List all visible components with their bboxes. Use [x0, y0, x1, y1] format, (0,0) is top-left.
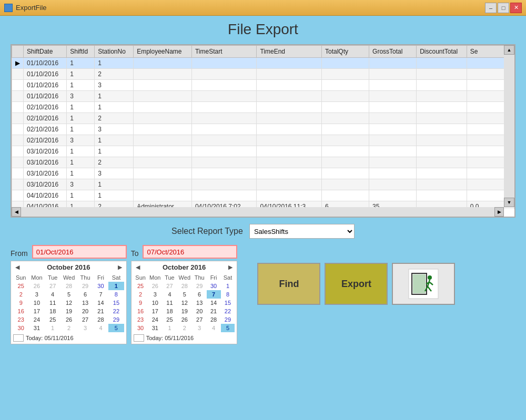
cal-day[interactable]: 30 [207, 282, 221, 290]
cal-day[interactable]: 13 [77, 299, 93, 307]
table-row[interactable]: 03/10/201631 [12, 179, 514, 190]
cal-day[interactable]: 8 [108, 290, 124, 299]
cal-day[interactable]: 26 [60, 315, 78, 324]
cal-day[interactable]: 4 [207, 324, 221, 332]
table-row[interactable]: 01/10/201631 [12, 91, 514, 102]
cal-day[interactable]: 6 [193, 290, 207, 299]
cal-day[interactable]: 6 [77, 290, 93, 299]
cal-day[interactable]: 15 [221, 299, 235, 307]
table-row[interactable]: 01/10/201612 [12, 69, 514, 80]
cal-day[interactable]: 5 [221, 324, 235, 332]
cal-day[interactable]: 27 [193, 315, 207, 324]
cal-day[interactable]: 3 [148, 290, 163, 299]
cal-day[interactable]: 22 [108, 307, 124, 315]
cal-day[interactable]: 1 [163, 324, 177, 332]
table-row[interactable]: 01/10/201613 [12, 80, 514, 91]
cal-day[interactable]: 2 [13, 290, 28, 299]
from-cal-prev[interactable]: ◀ [13, 264, 22, 271]
cal-day[interactable]: 20 [193, 307, 207, 315]
cal-day[interactable]: 22 [221, 307, 235, 315]
cal-day[interactable]: 23 [134, 315, 148, 324]
close-button[interactable]: ✕ [510, 3, 522, 13]
report-type-select[interactable]: SalesShiftsSalesItemsSalesCategoriesDail… [249, 224, 355, 239]
restore-button[interactable]: □ [498, 3, 509, 13]
vertical-scrollbar[interactable]: ▲ ▼ [504, 45, 514, 207]
to-date-input[interactable] [143, 245, 237, 259]
cal-day[interactable]: 30 [93, 282, 108, 290]
cal-day[interactable]: 28 [93, 315, 108, 324]
cal-day[interactable]: 2 [177, 324, 193, 332]
table-row[interactable]: 04/10/201611 [12, 190, 514, 201]
cal-day[interactable]: 9 [134, 299, 148, 307]
table-row[interactable]: 02/10/201612 [12, 113, 514, 124]
horizontal-scrollbar[interactable]: ◀ ▶ [12, 207, 504, 217]
cal-day[interactable]: 4 [93, 324, 108, 332]
exit-button[interactable] [392, 263, 455, 305]
scroll-up-button[interactable]: ▲ [504, 45, 514, 55]
cal-day[interactable]: 3 [77, 324, 93, 332]
table-row[interactable]: 02/10/201631 [12, 135, 514, 146]
cal-day[interactable]: 5 [60, 290, 78, 299]
cal-day[interactable]: 28 [177, 282, 193, 290]
cal-day[interactable]: 24 [28, 315, 45, 324]
cal-day[interactable]: 16 [13, 307, 28, 315]
scroll-down-button[interactable]: ▼ [504, 198, 514, 207]
cal-day[interactable]: 25 [163, 315, 177, 324]
cal-day[interactable]: 1 [221, 282, 235, 290]
cal-day[interactable]: 19 [60, 307, 78, 315]
cal-day[interactable]: 5 [177, 290, 193, 299]
cal-day[interactable]: 11 [163, 299, 177, 307]
cal-day[interactable]: 2 [134, 290, 148, 299]
cal-day[interactable]: 21 [93, 307, 108, 315]
from-cal-next[interactable]: ▶ [116, 264, 124, 271]
cal-day[interactable]: 1 [108, 282, 124, 290]
cal-day[interactable]: 7 [207, 290, 221, 299]
cal-day[interactable]: 21 [207, 307, 221, 315]
to-cal-prev[interactable]: ◀ [134, 264, 142, 271]
cal-day[interactable]: 26 [148, 282, 163, 290]
cal-day[interactable]: 18 [45, 307, 60, 315]
cal-day[interactable]: 17 [28, 307, 45, 315]
export-button[interactable]: Export [325, 263, 388, 305]
cal-day[interactable]: 17 [148, 307, 163, 315]
cal-day[interactable]: 23 [13, 315, 28, 324]
find-button[interactable]: Find [257, 263, 320, 305]
cal-day[interactable]: 14 [93, 299, 108, 307]
cal-day[interactable]: 12 [60, 299, 78, 307]
cal-day[interactable]: 25 [45, 315, 60, 324]
table-row[interactable]: 02/10/201613 [12, 124, 514, 135]
cal-day[interactable]: 26 [28, 282, 45, 290]
cal-day[interactable]: 4 [163, 290, 177, 299]
table-row[interactable]: 03/10/201611 [12, 146, 514, 157]
cal-day[interactable]: 14 [207, 299, 221, 307]
cal-day[interactable]: 29 [193, 282, 207, 290]
cal-day[interactable]: 30 [13, 324, 28, 332]
cal-day[interactable]: 30 [134, 324, 148, 332]
cal-day[interactable]: 11 [45, 299, 60, 307]
cal-day[interactable]: 31 [148, 324, 163, 332]
cal-day[interactable]: 5 [108, 324, 124, 332]
cal-day[interactable]: 15 [108, 299, 124, 307]
to-cal-next[interactable]: ▶ [226, 264, 235, 271]
cal-day[interactable]: 18 [163, 307, 177, 315]
cal-day[interactable]: 28 [207, 315, 221, 324]
table-row[interactable]: ▶01/10/201611 [12, 58, 514, 69]
table-row[interactable]: 02/10/201611 [12, 102, 514, 113]
cal-day[interactable]: 31 [28, 324, 45, 332]
cal-day[interactable]: 1 [45, 324, 60, 332]
table-row[interactable]: 03/10/201612 [12, 157, 514, 168]
cal-day[interactable]: 13 [193, 299, 207, 307]
scroll-right-button[interactable]: ▶ [494, 207, 504, 217]
cal-day[interactable]: 19 [177, 307, 193, 315]
cal-day[interactable]: 12 [177, 299, 193, 307]
cal-day[interactable]: 29 [108, 315, 124, 324]
cal-day[interactable]: 7 [93, 290, 108, 299]
minimize-button[interactable]: – [485, 3, 497, 13]
cal-day[interactable]: 2 [60, 324, 78, 332]
cal-day[interactable]: 20 [77, 307, 93, 315]
scroll-left-button[interactable]: ◀ [12, 207, 21, 217]
cal-day[interactable]: 26 [177, 315, 193, 324]
cal-day[interactable]: 3 [28, 290, 45, 299]
cal-day[interactable]: 27 [163, 282, 177, 290]
cal-day[interactable]: 16 [134, 307, 148, 315]
